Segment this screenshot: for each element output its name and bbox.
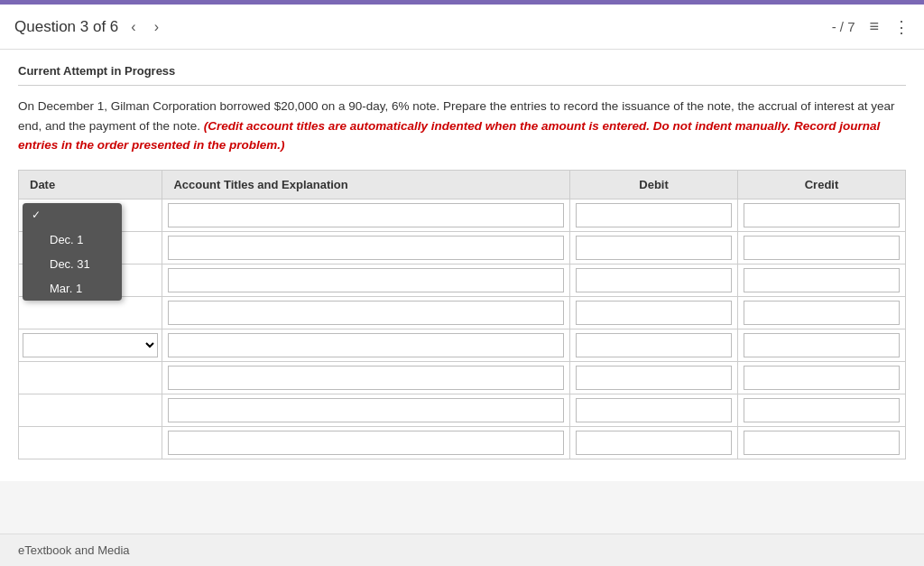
account-cell-1a — [162, 199, 570, 231]
dropdown-option-mar1[interactable]: Mar. 1 — [23, 276, 122, 301]
credit-cell-2d — [738, 426, 906, 459]
date-cell-2d — [19, 426, 162, 459]
dropdown-option-blank[interactable] — [23, 203, 122, 227]
attempt-label: Current Attempt in Progress — [18, 64, 906, 86]
account-input-1b[interactable] — [168, 236, 564, 260]
debit-cell-2b — [570, 361, 738, 394]
account-cell-1d — [162, 296, 570, 329]
journal-table: Date Account Titles and Explanation Debi… — [18, 170, 906, 459]
debit-cell-2a — [570, 329, 738, 361]
table-row: Dec. 1 Dec. 31 Mar. 1 — [19, 199, 906, 231]
credit-input-2c[interactable] — [744, 398, 900, 422]
dropdown-option-dec31[interactable]: Dec. 31 — [23, 252, 122, 276]
date-cell-2b — [19, 361, 162, 394]
debit-cell-1a — [570, 199, 738, 231]
top-bar-left: Question 3 of 6 ‹ › — [14, 17, 164, 37]
debit-input-1d[interactable] — [576, 301, 732, 325]
table-row — [19, 264, 906, 296]
account-cell-2d — [162, 426, 570, 459]
table-row — [19, 426, 906, 459]
credit-input-1b[interactable] — [744, 236, 900, 260]
date-cell-1d — [19, 296, 162, 329]
more-icon-button[interactable]: ⋮ — [893, 17, 910, 37]
debit-input-2d[interactable] — [576, 431, 732, 455]
debit-input-1a[interactable] — [576, 203, 732, 227]
debit-cell-1d — [570, 296, 738, 329]
debit-input-2b[interactable] — [576, 366, 732, 390]
header-date: Date — [19, 170, 162, 199]
list-icon-button[interactable]: ≡ — [869, 17, 879, 36]
problem-text: On December 1, Gilman Corporation borrow… — [18, 97, 906, 155]
credit-cell-2b — [738, 361, 906, 394]
table-row: Dec. 1 Dec. 31 Mar. 1 — [19, 329, 906, 361]
date-dropdown-menu: Dec. 1 Dec. 31 Mar. 1 — [23, 203, 122, 301]
account-input-2a[interactable] — [168, 333, 564, 357]
credit-cell-1c — [738, 264, 906, 296]
content-area: Current Attempt in Progress On December … — [0, 50, 924, 481]
debit-cell-2c — [570, 394, 738, 426]
page-indicator: - / 7 — [832, 19, 855, 34]
debit-cell-1b — [570, 231, 738, 264]
debit-input-1c[interactable] — [576, 268, 732, 292]
table-row — [19, 231, 906, 264]
question-title: Question 3 of 6 — [14, 18, 118, 36]
account-cell-2a — [162, 329, 570, 361]
debit-input-2a[interactable] — [576, 333, 732, 357]
account-input-1d[interactable] — [168, 301, 564, 325]
date-cell-2c — [19, 394, 162, 426]
top-bar: Question 3 of 6 ‹ › - / 7 ≡ ⋮ — [0, 5, 924, 50]
account-input-1a[interactable] — [168, 203, 564, 227]
credit-input-1c[interactable] — [744, 268, 900, 292]
credit-cell-1d — [738, 296, 906, 329]
account-input-2c[interactable] — [168, 398, 564, 422]
account-cell-2b — [162, 361, 570, 394]
debit-cell-2d — [570, 426, 738, 459]
account-cell-1c — [162, 264, 570, 296]
account-input-1c[interactable] — [168, 268, 564, 292]
credit-cell-1b — [738, 231, 906, 264]
credit-cell-1a — [738, 199, 906, 231]
date-select-2[interactable]: Dec. 1 Dec. 31 Mar. 1 — [23, 333, 158, 357]
debit-cell-1c — [570, 264, 738, 296]
table-row — [19, 361, 906, 394]
table-row — [19, 394, 906, 426]
credit-input-2a[interactable] — [744, 333, 900, 357]
account-input-2b[interactable] — [168, 366, 564, 390]
credit-cell-2a — [738, 329, 906, 361]
date-cell-2a: Dec. 1 Dec. 31 Mar. 1 — [19, 329, 162, 361]
dropdown-option-dec1[interactable]: Dec. 1 — [23, 227, 122, 252]
credit-input-2d[interactable] — [744, 431, 900, 455]
credit-input-1a[interactable] — [744, 203, 900, 227]
date-cell-1: Dec. 1 Dec. 31 Mar. 1 — [19, 199, 162, 231]
debit-input-2c[interactable] — [576, 398, 732, 422]
account-cell-2c — [162, 394, 570, 426]
header-account: Account Titles and Explanation — [162, 170, 570, 199]
account-cell-1b — [162, 231, 570, 264]
next-button[interactable]: › — [149, 17, 164, 37]
credit-input-1d[interactable] — [744, 301, 900, 325]
header-debit: Debit — [570, 170, 738, 199]
top-bar-right: - / 7 ≡ ⋮ — [832, 17, 910, 37]
header-credit: Credit — [738, 170, 906, 199]
table-row — [19, 296, 906, 329]
credit-input-2b[interactable] — [744, 366, 900, 390]
prev-button[interactable]: ‹ — [125, 17, 141, 37]
account-input-2d[interactable] — [168, 431, 564, 455]
credit-cell-2c — [738, 394, 906, 426]
debit-input-1b[interactable] — [576, 236, 732, 260]
